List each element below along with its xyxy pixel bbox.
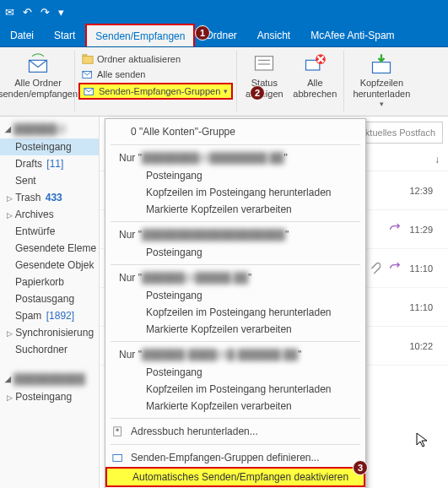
- menu-label: ": [285, 229, 289, 241]
- folder-entwuerfe[interactable]: Entwürfe: [0, 223, 99, 240]
- menu-download-headers[interactable]: Kopfzeilen im Posteingang herunterladen: [105, 381, 365, 398]
- menu-separator: [111, 144, 360, 145]
- folder-sent[interactable]: Sent: [0, 172, 99, 189]
- menu-define-groups[interactable]: Senden-Empfangen-Gruppen definieren...: [105, 448, 365, 467]
- groups-icon: [84, 85, 95, 97]
- send-receive-all-button[interactable]: Alle Ordner senden/empfangen: [5, 51, 71, 101]
- cancel-all-button[interactable]: Alle abbrechen: [289, 51, 340, 101]
- account-header[interactable]: ◢██████@: [0, 120, 99, 138]
- menu-process-marked[interactable]: Markierte Kopfzeilen verarbeiten: [105, 398, 365, 415]
- annotation-marker-3: 3: [353, 460, 368, 475]
- headers-label-1: Kopfzeilen: [360, 78, 403, 89]
- expand-icon: ◢: [5, 375, 11, 383]
- send-all-button[interactable]: Alle senden: [78, 68, 233, 81]
- menu-label: Nur ": [119, 349, 142, 361]
- annotation-marker-2: 2: [250, 85, 265, 100]
- menu-account-header: Nur "████████@████████.██": [105, 149, 365, 167]
- folder-sync[interactable]: ▷ Synchronisierung: [0, 324, 99, 341]
- redo-icon[interactable]: ↷: [40, 6, 50, 19]
- menu-separator: [111, 221, 360, 222]
- status-icon: [252, 52, 276, 76]
- folder-drafts[interactable]: Drafts [11]: [0, 155, 99, 172]
- svg-rect-1: [83, 57, 93, 64]
- cancel-label-2: abbrechen: [293, 89, 337, 100]
- message-time: 11:10: [409, 263, 433, 274]
- menu-download-addressbook[interactable]: Adressbuch herunterladen...: [105, 422, 365, 441]
- annotation-marker-1: 1: [195, 25, 210, 41]
- dropdown-icon[interactable]: ▾: [58, 6, 64, 19]
- svg-point-13: [116, 429, 119, 432]
- send-receive-groups-button[interactable]: Senden-Empfangen-Gruppen ▾: [78, 83, 233, 100]
- message-time: 11:10: [409, 302, 433, 312]
- menu-process-marked[interactable]: Markierte Kopfzeilen verarbeiten: [105, 201, 365, 218]
- menu-posteingang[interactable]: Posteingang: [105, 167, 365, 184]
- menu-label: ": [248, 272, 251, 284]
- ribbon-tabs: Datei Start Senden/Empfangen Ordner Ansi…: [0, 24, 448, 47]
- folder-spam[interactable]: Spam [1892]: [0, 307, 99, 324]
- blurred-text: ████████████████████: [142, 229, 285, 241]
- folder-label: Posteingang: [15, 391, 72, 403]
- tab-mcafee[interactable]: McAfee Anti-Spam: [300, 24, 404, 46]
- svg-rect-14: [113, 455, 122, 462]
- folder-suchordner[interactable]: Suchordner: [0, 341, 99, 358]
- menu-label: Automatisches Senden/Empfangen deaktivie…: [132, 471, 348, 483]
- menu-process-marked[interactable]: Markierte Kopfzeilen verarbeiten: [105, 321, 365, 338]
- folder-pane: ◢██████@ Posteingang Drafts [11] Sent ▷ …: [0, 117, 100, 488]
- tab-ansicht[interactable]: Ansicht: [247, 24, 300, 46]
- groups-icon: [112, 452, 124, 464]
- menu-label: Nur ": [119, 272, 142, 284]
- mouse-cursor-icon: [416, 432, 429, 449]
- menu-label: 0 "Alle Konten"-Gruppe: [131, 126, 235, 138]
- folder-postausgang[interactable]: Postausgang: [0, 290, 99, 307]
- account-header[interactable]: ◢██████████: [0, 370, 99, 388]
- account-name: ██████████: [13, 373, 85, 385]
- send-all-label-2: senden/empfangen: [0, 89, 78, 100]
- send-all-label-1: Alle Ordner: [14, 78, 62, 89]
- menu-posteingang[interactable]: Posteingang: [105, 287, 365, 304]
- folder-trash[interactable]: ▷ Trash 433: [0, 189, 99, 206]
- svg-rect-4: [256, 57, 273, 70]
- folder-papierkorb[interactable]: Papierkorb: [0, 274, 99, 290]
- folder-posteingang[interactable]: Posteingang: [0, 138, 99, 155]
- expand-icon: ▷: [7, 194, 13, 203]
- menu-posteingang[interactable]: Posteingang: [105, 364, 365, 381]
- folder-posteingang-2[interactable]: ▷ Posteingang: [0, 388, 99, 405]
- mail-icon[interactable]: ✉: [5, 6, 14, 19]
- folder-label: Trash: [15, 192, 40, 203]
- expand-icon: ▷: [7, 393, 13, 402]
- menu-all-accounts-group[interactable]: 0 "Alle Konten"-Gruppe: [105, 122, 365, 141]
- folder-label: Drafts: [15, 158, 42, 170]
- send-receive-icon: [26, 52, 50, 76]
- refresh-folder-button[interactable]: Ordner aktualisieren: [78, 52, 233, 66]
- menu-account-header: Nur "████████████████████": [105, 225, 365, 244]
- folder-gesendete-objekte[interactable]: Gesendete Objek: [0, 257, 99, 274]
- folder-archives[interactable]: ▷ Archives: [0, 206, 99, 223]
- ribbon: Alle Ordner senden/empfangen Ordner aktu…: [0, 47, 448, 117]
- folder-count: 433: [46, 192, 62, 203]
- folder-refresh-icon: [82, 53, 94, 65]
- menu-separator: [111, 444, 360, 445]
- message-time: 11:29: [409, 225, 433, 235]
- groups-label: Senden-Empfangen-Gruppen: [99, 86, 220, 96]
- download-headers-button[interactable]: Kopfzeilen herunterladen ▾: [348, 51, 415, 111]
- tab-datei[interactable]: Datei: [0, 24, 44, 46]
- menu-posteingang[interactable]: Posteingang: [105, 244, 365, 261]
- undo-icon[interactable]: ↶: [23, 6, 32, 19]
- menu-label: Nur ": [119, 229, 142, 241]
- chevron-down-icon: ▾: [380, 100, 384, 109]
- menu-download-headers[interactable]: Kopfzeilen im Posteingang herunterladen: [105, 184, 365, 201]
- expand-icon: ◢: [5, 125, 11, 133]
- ribbon-separator: [236, 51, 237, 111]
- blurred-text: ████████@████████.██: [142, 152, 284, 164]
- menu-download-headers[interactable]: Kopfzeilen im Posteingang herunterladen: [105, 304, 365, 321]
- sort-icon[interactable]: ↓: [435, 154, 440, 165]
- addressbook-icon: [112, 426, 124, 437]
- folder-count: [11]: [46, 158, 63, 170]
- menu-disable-auto-send-receive[interactable]: Automatisches Senden/Empfangen deaktivie…: [105, 467, 365, 487]
- tab-senden-empfangen[interactable]: Senden/Empfangen: [85, 24, 195, 46]
- folder-gesendete-elemente[interactable]: Gesendete Eleme: [0, 240, 99, 257]
- menu-account-header: Nur "██████-████@█-██████.██": [105, 345, 365, 364]
- tab-start[interactable]: Start: [44, 24, 85, 46]
- menu-label: ": [284, 152, 288, 164]
- cancel-icon: [303, 52, 327, 76]
